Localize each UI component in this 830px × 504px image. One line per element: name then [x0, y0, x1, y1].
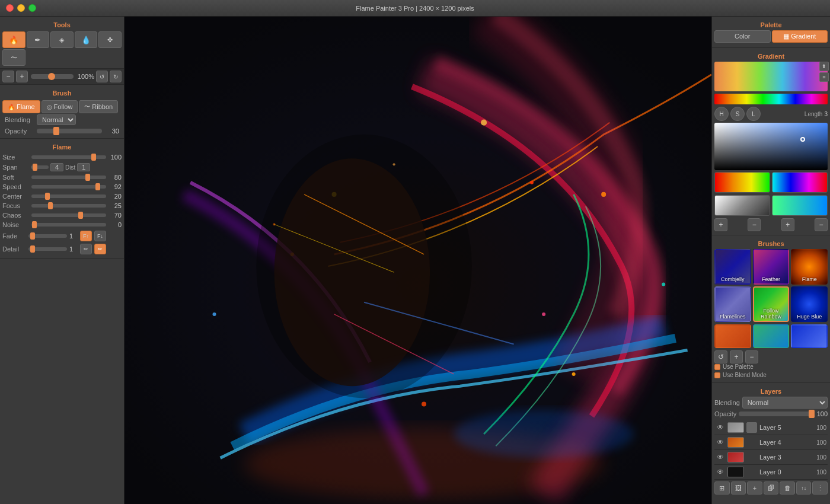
swatch-3[interactable]: [714, 195, 770, 216]
layers-blending-label: Blending: [714, 399, 740, 406]
hue-btn[interactable]: H: [714, 107, 729, 121]
brush-remove-btn[interactable]: −: [745, 350, 758, 363]
brush-reset-btn[interactable]: ↺: [714, 350, 727, 363]
chaos-label: Chaos: [2, 212, 29, 219]
detail-btn2[interactable]: ✏: [94, 244, 106, 254]
soft-slider[interactable]: [31, 176, 106, 179]
noise-slider[interactable]: [31, 223, 106, 227]
transform-tool[interactable]: ✤: [98, 31, 122, 48]
follow-tab-icon: ◎: [47, 104, 52, 110]
combjelly-brush[interactable]: Combjelly: [714, 249, 751, 285]
redo-view-button[interactable]: ↻: [110, 71, 122, 82]
span-input[interactable]: [50, 163, 63, 171]
fade-btn2[interactable]: F↓: [94, 231, 106, 241]
dropper-tool[interactable]: 💧: [75, 31, 98, 48]
speed-slider[interactable]: [31, 185, 106, 189]
flame-section: Flame Size 100 Span Dist: [0, 139, 124, 259]
ribbon-tab[interactable]: 〜 Ribbon: [79, 100, 118, 113]
use-palette-label[interactable]: Use Palette: [714, 363, 754, 370]
sat-btn[interactable]: S: [730, 107, 745, 121]
layers-tb-more-btn[interactable]: ⋮: [812, 481, 828, 495]
speed-value: 92: [108, 183, 122, 190]
dist-input[interactable]: [77, 163, 90, 171]
opacity-slider[interactable]: [37, 129, 102, 133]
zoom-in-button[interactable]: +: [16, 71, 28, 82]
zoom-out-button[interactable]: −: [2, 71, 14, 82]
flame-brush-swatch[interactable]: Flame: [791, 249, 828, 285]
close-button[interactable]: [6, 4, 14, 12]
brush-add-btn[interactable]: +: [730, 350, 743, 363]
stamp-tool[interactable]: ◈: [50, 31, 74, 48]
sub-brush-3[interactable]: [791, 324, 828, 348]
swatch-remove-btn[interactable]: −: [748, 218, 761, 231]
sub-brush-2[interactable]: [753, 324, 790, 348]
gradient-bar2[interactable]: [714, 94, 828, 104]
fade-slider[interactable]: [28, 234, 67, 238]
layers-tb-image-btn[interactable]: 🖼: [731, 481, 746, 495]
color-tab[interactable]: Color: [714, 30, 771, 43]
layer-0-name[interactable]: Layer 0: [759, 468, 814, 476]
gradient-display[interactable]: [714, 62, 828, 91]
detail-btn1[interactable]: ✏: [80, 244, 92, 254]
swatch-1[interactable]: [714, 172, 770, 193]
layer-4-name[interactable]: Layer 4: [759, 439, 814, 446]
layer-5-eye[interactable]: 👁: [716, 423, 725, 432]
swatch-2[interactable]: [772, 172, 828, 193]
layers-opacity-slider[interactable]: [739, 412, 814, 416]
canvas-area[interactable]: [124, 17, 711, 504]
gradient-import-btn[interactable]: ⬆: [819, 62, 829, 71]
center-slider[interactable]: [31, 194, 106, 198]
zoom-slider[interactable]: [31, 74, 74, 79]
artwork[interactable]: [124, 17, 711, 504]
swatch-add-right-btn[interactable]: +: [781, 218, 794, 231]
reset-view-button[interactable]: ↺: [96, 71, 108, 82]
gradient-settings-btn[interactable]: ≡: [819, 72, 829, 82]
brush-title: Brush: [2, 87, 122, 98]
swatch-4[interactable]: [772, 195, 828, 216]
use-blend-label[interactable]: Use Blend Mode: [714, 372, 767, 378]
follow-rainbow-brush[interactable]: Follow Rainbow: [753, 286, 790, 322]
layers-tb-sort-btn[interactable]: ↑↓: [796, 481, 812, 495]
span-slider[interactable]: [31, 165, 49, 169]
flamelines-brush[interactable]: Flamelines: [714, 286, 751, 322]
center-value: 20: [108, 193, 122, 200]
follow-tab[interactable]: ◎ Follow: [42, 100, 78, 113]
focus-slider[interactable]: [31, 204, 106, 208]
brush-controls: ↺ + −: [714, 350, 828, 363]
wave-tool[interactable]: 〜: [2, 49, 25, 66]
lum-btn[interactable]: L: [746, 107, 761, 121]
detail-slider[interactable]: [28, 247, 67, 251]
swatch-add-btn[interactable]: +: [714, 218, 727, 231]
feather-brush[interactable]: Feather: [753, 249, 790, 285]
blending-select[interactable]: Normal: [37, 114, 76, 125]
layer-3-eye[interactable]: 👁: [716, 453, 725, 461]
flame-tool[interactable]: 🔥: [2, 31, 25, 48]
chaos-row: Chaos 70: [2, 210, 122, 220]
window-title: Flame Painter 3 Pro | 2400 × 1200 pixels: [356, 5, 474, 12]
pen-tool[interactable]: ✒: [27, 31, 50, 48]
span-label: Span: [2, 164, 29, 171]
minimize-button[interactable]: [17, 4, 25, 12]
layers-tb-copy-btn[interactable]: 🗐: [764, 481, 779, 495]
layers-tb-grid-btn[interactable]: ⊞: [714, 481, 730, 495]
flame-tab[interactable]: 🔥 Flame: [2, 100, 40, 113]
swatch-remove-right-btn[interactable]: −: [815, 218, 828, 231]
use-blend-checkbox[interactable]: [714, 372, 720, 378]
chaos-slider[interactable]: [31, 213, 106, 217]
size-slider[interactable]: [31, 155, 106, 159]
color-picker[interactable]: [714, 123, 828, 170]
layer-3-name[interactable]: Layer 3: [759, 454, 814, 461]
layers-tb-delete-btn[interactable]: 🗑: [780, 481, 795, 495]
use-palette-checkbox[interactable]: [714, 364, 720, 370]
layer-0-eye[interactable]: 👁: [716, 468, 725, 476]
sub-brush-1[interactable]: [714, 324, 751, 348]
fade-btn1[interactable]: F↑: [80, 231, 92, 241]
layer-4-eye[interactable]: 👁: [716, 438, 725, 446]
gradient-tab[interactable]: ▦ Gradient: [772, 30, 828, 43]
huge-blue-brush[interactable]: Huge Blue: [791, 286, 828, 322]
palette-title: Palette: [714, 19, 828, 30]
layers-tb-add-btn[interactable]: +: [747, 481, 762, 495]
layers-blending-select[interactable]: Normal: [742, 397, 828, 409]
layer-5-name[interactable]: Layer 5: [759, 424, 814, 431]
maximize-button[interactable]: [28, 4, 36, 12]
